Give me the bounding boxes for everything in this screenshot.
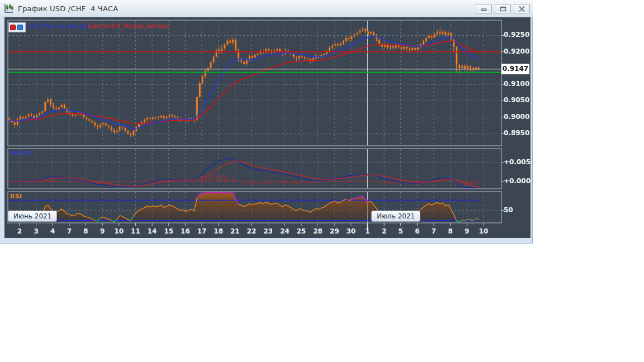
legend-buttons[interactable] — [8, 22, 26, 32]
legend-red-swatch[interactable] — [10, 25, 16, 30]
chart-canvas[interactable] — [0, 0, 533, 246]
window-title: График USD /CHF 4 ЧАСА — [18, 4, 118, 13]
close-button[interactable] — [514, 4, 530, 13]
maximize-button[interactable] — [495, 4, 511, 13]
minimize-icon — [481, 6, 487, 11]
maximize-icon — [500, 6, 506, 12]
titlebar[interactable]: График USD /CHF 4 ЧАСА — [0, 0, 533, 17]
close-icon — [519, 6, 525, 12]
candlestick-chart-icon — [4, 3, 14, 13]
minimize-button[interactable] — [476, 4, 492, 13]
chart-window: График USD /CHF 4 ЧАСА Exponential_Movin… — [0, 0, 533, 244]
legend-blue-swatch[interactable] — [17, 25, 23, 30]
